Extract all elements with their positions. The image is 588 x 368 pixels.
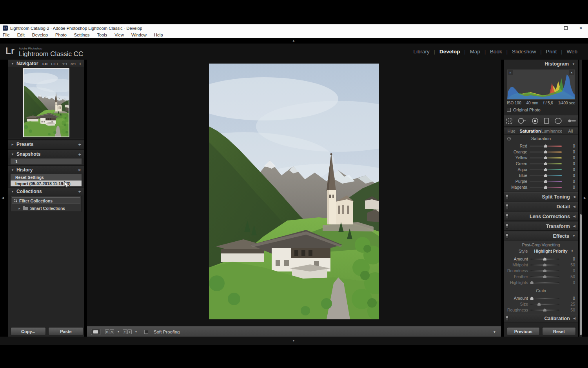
module-book[interactable]: Book (486, 49, 506, 55)
filmstrip-collapse-icon[interactable]: ▼ (292, 339, 295, 342)
slider-thumb[interactable] (543, 275, 546, 278)
minimize-icon[interactable] (548, 28, 552, 28)
smart-collections-item[interactable]: ► Smart Collections (11, 205, 81, 211)
orange-slider[interactable] (530, 151, 562, 153)
calibration-header[interactable]: Calibration ◀ (504, 314, 578, 323)
tab-saturation[interactable]: Saturation (519, 129, 541, 133)
collapse-arrow-icon[interactable]: ◀ (573, 205, 575, 208)
zoom-stepper-icon[interactable]: ▲▼ (79, 62, 81, 65)
collapsed-triangle-icon[interactable]: ► (11, 143, 16, 146)
midpoint-slider[interactable] (530, 264, 559, 266)
aqua-slider[interactable] (530, 169, 562, 170)
slider-thumb[interactable] (544, 156, 547, 159)
reference-view-icon[interactable]: R (105, 329, 109, 334)
module-develop[interactable]: Develop (435, 49, 465, 55)
add-snapshot-icon[interactable]: + (78, 151, 81, 157)
collections-header[interactable]: ▼ Collections + (8, 188, 84, 195)
vignette-amount-slider[interactable] (530, 259, 559, 260)
zoom-fill[interactable]: FILL (51, 62, 59, 66)
expand-arrow-icon[interactable]: ▼ (572, 234, 575, 238)
collapse-arrow-icon[interactable]: ◀ (573, 215, 575, 218)
detail-header[interactable]: Detail ◀ (504, 202, 578, 211)
adjustment-brush-tool-icon[interactable] (567, 117, 577, 124)
original-photo-row[interactable]: Original Photo (507, 107, 541, 112)
crop-tool-icon[interactable] (506, 117, 513, 124)
menu-window[interactable]: Window (131, 33, 147, 37)
after-view-icon[interactable]: Y (127, 329, 132, 334)
effects-header[interactable]: Effects ▼ (504, 231, 578, 240)
soft-proofing-checkbox[interactable] (144, 330, 148, 334)
add-preset-icon[interactable]: + (78, 142, 81, 148)
expand-triangle-icon[interactable]: ▼ (11, 190, 16, 193)
toolbar-options-icon[interactable]: ▼ (493, 330, 496, 334)
slider-thumb[interactable] (543, 308, 546, 312)
panel-switch-icon[interactable] (506, 204, 508, 209)
top-panel-collapse-icon[interactable]: ▲ (292, 39, 295, 42)
copy-button[interactable]: Copy... (11, 327, 46, 335)
menu-photo[interactable]: Photo (55, 33, 67, 37)
purple-slider[interactable] (530, 181, 562, 182)
module-slideshow[interactable]: Slideshow (508, 49, 541, 55)
tab-hue[interactable]: Hue (504, 129, 519, 133)
history-header[interactable]: ▼ History ✕ (8, 166, 84, 174)
menu-file[interactable]: File (3, 33, 10, 37)
active-view-icon[interactable]: A (110, 329, 114, 334)
panel-switch-icon[interactable] (506, 316, 508, 321)
slider-thumb[interactable] (537, 302, 541, 306)
blue-slider[interactable] (530, 175, 562, 176)
module-map[interactable]: Map (466, 49, 485, 55)
menu-settings[interactable]: Settings (74, 33, 90, 37)
zoom-fit[interactable]: FIT (42, 62, 48, 66)
close-icon[interactable]: ✕ (579, 26, 583, 30)
module-library[interactable]: Library (409, 49, 434, 55)
navigator-thumbnail-image[interactable] (23, 68, 69, 137)
window-titlebar[interactable]: Lr Lightroom Catalog-2 - Adobe Photoshop… (0, 24, 588, 32)
slider-thumb[interactable] (544, 144, 547, 148)
menu-help[interactable]: Help (154, 33, 163, 37)
tab-luminance[interactable]: Luminance (541, 129, 563, 133)
snapshots-header[interactable]: ▼ Snapshots + (8, 150, 84, 158)
filter-collections-input[interactable]: Filter Collections (12, 197, 80, 204)
slider-thumb[interactable] (544, 162, 547, 165)
slider-thumb[interactable] (530, 297, 534, 300)
navigator-header[interactable]: ▼ Navigator FIT FILL 1:1 8:1 ▲▼ (8, 60, 84, 67)
magenta-slider[interactable] (530, 187, 562, 188)
grain-roughness-slider[interactable] (530, 310, 559, 311)
original-photo-checkbox[interactable] (507, 108, 511, 112)
tab-all[interactable]: All (563, 129, 578, 133)
histogram-header[interactable]: Histogram ▼ (504, 60, 578, 68)
slider-thumb[interactable] (530, 281, 534, 284)
histogram[interactable]: ▲ ▲ (507, 69, 575, 100)
history-item-import[interactable]: Import (05-07-2018 11:19:43) (11, 180, 82, 186)
spot-removal-tool-icon[interactable] (518, 117, 526, 124)
slider-thumb[interactable] (543, 263, 546, 266)
slider-thumb[interactable] (544, 174, 547, 177)
transform-header[interactable]: Transform ◀ (504, 222, 578, 231)
previous-button[interactable]: Previous (507, 327, 540, 335)
expand-triangle-icon[interactable]: ▼ (11, 62, 16, 66)
highlights-slider[interactable] (530, 282, 559, 283)
snapshot-item[interactable]: 1 (11, 158, 82, 164)
zoom-1-1[interactable]: 1:1 (62, 62, 68, 66)
menu-develop[interactable]: Develop (32, 33, 48, 37)
before-view-icon[interactable]: Y (123, 329, 127, 334)
panel-switch-icon[interactable] (506, 224, 508, 229)
slider-thumb[interactable] (544, 186, 547, 189)
left-panel-collapse-icon[interactable]: ◀ (2, 196, 4, 200)
collapse-arrow-icon[interactable]: ◀ (573, 195, 575, 199)
paste-button[interactable]: Paste (48, 327, 83, 335)
grain-size-slider[interactable] (530, 304, 559, 305)
panel-switch-icon[interactable] (506, 214, 508, 219)
expand-triangle-icon[interactable]: ▼ (11, 153, 16, 156)
lens-corrections-header[interactable]: Lens Corrections ◀ (504, 212, 578, 221)
collapsed-triangle-icon[interactable]: ► (18, 207, 21, 210)
grain-amount-slider[interactable] (530, 298, 559, 299)
loupe-view-icon[interactable] (91, 329, 100, 335)
slider-thumb[interactable] (544, 150, 547, 153)
menu-edit[interactable]: Edit (17, 33, 25, 37)
navigator-preview[interactable] (8, 67, 84, 138)
collapse-arrow-icon[interactable]: ◀ (573, 317, 575, 320)
menu-view[interactable]: View (114, 33, 124, 37)
add-collection-icon[interactable]: + (78, 189, 81, 195)
module-print[interactable]: Print (542, 49, 561, 55)
